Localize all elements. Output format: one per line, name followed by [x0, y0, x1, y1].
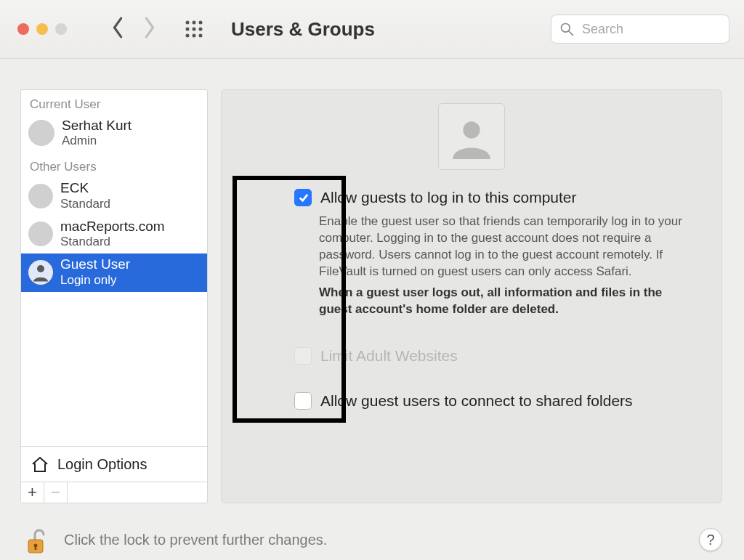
svg-point-2	[199, 21, 203, 25]
search-input[interactable]	[551, 15, 729, 44]
unlocked-padlock-icon	[25, 527, 50, 556]
user-item-current[interactable]: Serhat Kurt Admin	[21, 115, 207, 153]
svg-point-8	[199, 34, 203, 38]
nav-arrows	[110, 15, 157, 44]
add-remove-bar: + −	[21, 482, 207, 503]
sidebar: Current User Serhat Kurt Admin Other Use…	[20, 89, 208, 503]
lock-button[interactable]	[22, 524, 54, 556]
back-button[interactable]	[110, 15, 126, 44]
user-item-guest[interactable]: Guest User Login only	[21, 253, 207, 291]
toolbar: Users & Groups	[0, 0, 744, 59]
user-name: ECK	[60, 180, 110, 196]
login-options-label: Login Options	[57, 456, 147, 473]
avatar-flower-icon	[28, 222, 53, 246]
user-item-eck[interactable]: ECK Standard	[21, 177, 207, 215]
house-icon	[30, 454, 50, 474]
user-name: macReports.com	[60, 219, 165, 235]
user-list: Current User Serhat Kurt Admin Other Use…	[21, 90, 207, 446]
help-button[interactable]: ?	[699, 528, 722, 551]
option-description: Enable the guest user so that friends ca…	[319, 214, 692, 318]
option-label: Allow guests to log in to this computer	[320, 189, 577, 206]
login-options-button[interactable]: Login Options	[21, 446, 207, 482]
window-title: Users & Groups	[231, 18, 375, 41]
forward-button[interactable]	[141, 15, 157, 44]
svg-point-4	[193, 28, 196, 31]
option-allow-shared-folders[interactable]: Allow guest users to connect to shared f…	[294, 392, 692, 410]
avatar-photo-icon	[28, 184, 53, 208]
minimize-window-button[interactable]	[36, 23, 48, 35]
user-role: Admin	[62, 134, 132, 148]
close-window-button[interactable]	[17, 23, 29, 35]
svg-point-11	[37, 265, 44, 272]
remove-user-button[interactable]: −	[44, 482, 68, 503]
detail-pane: Allow guests to log in to this computer …	[221, 89, 722, 503]
option-limit-adult-websites: Limit Adult Websites	[294, 347, 692, 365]
option-allow-guests-login[interactable]: Allow guests to log in to this computer	[294, 189, 692, 206]
search-icon	[559, 22, 574, 36]
svg-point-5	[199, 28, 203, 31]
show-all-prefs-button[interactable]	[185, 20, 203, 38]
lock-message: Click the lock to prevent further change…	[64, 532, 689, 548]
svg-point-0	[186, 21, 190, 25]
avatar-guest-icon	[28, 260, 53, 285]
window-controls	[12, 23, 67, 35]
user-item-macreports[interactable]: macReports.com Standard	[21, 216, 207, 253]
footer: Click the lock to prevent further change…	[0, 503, 744, 556]
guest-profile-picture[interactable]	[438, 103, 505, 170]
section-other-users: Other Users	[21, 153, 207, 177]
annotation-highlight-box	[232, 176, 346, 423]
svg-point-1	[193, 21, 196, 25]
user-role: Standard	[60, 197, 110, 211]
user-role: Login only	[60, 273, 130, 288]
svg-point-6	[186, 34, 190, 38]
svg-line-10	[569, 31, 573, 36]
search-wrap	[551, 15, 729, 44]
section-current-user: Current User	[21, 90, 207, 115]
option-label: Allow guest users to connect to shared f…	[320, 392, 633, 410]
svg-point-7	[193, 34, 196, 38]
user-name: Serhat Kurt	[62, 118, 132, 134]
svg-point-12	[463, 121, 480, 138]
zoom-window-button[interactable]	[55, 23, 67, 35]
user-name: Guest User	[60, 256, 130, 272]
svg-point-3	[186, 28, 190, 31]
svg-rect-15	[35, 545, 37, 550]
content: Current User Serhat Kurt Admin Other Use…	[0, 59, 744, 503]
avatar-soccer-icon	[28, 120, 54, 146]
add-user-button[interactable]: +	[21, 482, 44, 503]
user-role: Standard	[60, 235, 165, 249]
